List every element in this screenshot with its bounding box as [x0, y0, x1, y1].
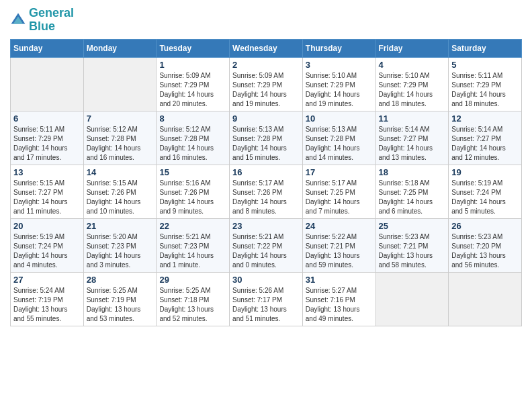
day-details: Sunrise: 5:13 AMSunset: 7:28 PMDaylight:…	[232, 125, 300, 163]
calendar-cell	[83, 57, 157, 111]
day-details: Sunrise: 5:21 AMSunset: 7:22 PMDaylight:…	[232, 232, 300, 270]
calendar-cell: 28Sunrise: 5:25 AMSunset: 7:19 PMDayligh…	[83, 272, 157, 326]
day-details: Sunrise: 5:18 AMSunset: 7:25 PMDaylight:…	[379, 179, 446, 216]
day-details: Sunrise: 5:12 AMSunset: 7:28 PMDaylight:…	[159, 125, 226, 163]
day-of-week-header: Tuesday	[157, 39, 230, 57]
day-number: 3	[306, 60, 373, 70]
day-number: 7	[87, 113, 154, 124]
day-of-week-header: Saturday	[449, 39, 522, 57]
day-number: 6	[13, 113, 81, 124]
day-number: 24	[306, 221, 373, 231]
day-number: 31	[306, 275, 373, 285]
calendar-cell: 9Sunrise: 5:13 AMSunset: 7:28 PMDaylight…	[230, 111, 303, 165]
calendar-cell: 6Sunrise: 5:11 AMSunset: 7:29 PMDaylight…	[11, 111, 84, 165]
calendar-cell: 24Sunrise: 5:22 AMSunset: 7:21 PMDayligh…	[302, 218, 375, 272]
day-details: Sunrise: 5:23 AMSunset: 7:20 PMDaylight:…	[451, 232, 519, 270]
day-number: 1	[159, 60, 226, 70]
day-number: 12	[451, 113, 519, 124]
day-details: Sunrise: 5:15 AMSunset: 7:27 PMDaylight:…	[13, 179, 81, 216]
calendar-cell: 14Sunrise: 5:15 AMSunset: 7:26 PMDayligh…	[83, 165, 157, 218]
day-details: Sunrise: 5:15 AMSunset: 7:26 PMDaylight:…	[87, 179, 154, 216]
day-of-week-header: Thursday	[302, 39, 375, 57]
calendar-cell: 4Sunrise: 5:10 AMSunset: 7:29 PMDaylight…	[375, 57, 449, 111]
calendar-cell: 13Sunrise: 5:15 AMSunset: 7:27 PMDayligh…	[11, 165, 84, 218]
day-number: 15	[159, 167, 226, 177]
day-number: 8	[159, 113, 226, 124]
day-number: 19	[451, 167, 519, 177]
day-details: Sunrise: 5:09 AMSunset: 7:29 PMDaylight:…	[232, 71, 300, 109]
calendar-cell	[375, 272, 449, 326]
day-number: 2	[232, 60, 300, 70]
calendar-cell: 2Sunrise: 5:09 AMSunset: 7:29 PMDaylight…	[230, 57, 303, 111]
day-details: Sunrise: 5:13 AMSunset: 7:28 PMDaylight:…	[306, 125, 373, 163]
calendar-cell: 26Sunrise: 5:23 AMSunset: 7:20 PMDayligh…	[449, 218, 522, 272]
day-number: 21	[87, 221, 154, 231]
day-details: Sunrise: 5:09 AMSunset: 7:29 PMDaylight:…	[159, 71, 226, 109]
calendar-cell: 1Sunrise: 5:09 AMSunset: 7:29 PMDaylight…	[157, 57, 230, 111]
calendar-cell: 22Sunrise: 5:21 AMSunset: 7:23 PMDayligh…	[157, 218, 230, 272]
day-details: Sunrise: 5:25 AMSunset: 7:19 PMDaylight:…	[87, 286, 154, 324]
day-of-week-header: Monday	[83, 39, 157, 57]
calendar-cell: 20Sunrise: 5:19 AMSunset: 7:24 PMDayligh…	[11, 218, 84, 272]
calendar-cell	[11, 57, 84, 111]
day-details: Sunrise: 5:27 AMSunset: 7:16 PMDaylight:…	[306, 286, 373, 324]
day-number: 22	[159, 221, 226, 231]
calendar-cell: 25Sunrise: 5:23 AMSunset: 7:21 PMDayligh…	[375, 218, 449, 272]
day-number: 5	[451, 60, 519, 70]
page-header: General Blue	[10, 7, 522, 34]
day-details: Sunrise: 5:19 AMSunset: 7:24 PMDaylight:…	[451, 179, 519, 216]
day-number: 16	[232, 167, 300, 177]
calendar-cell: 5Sunrise: 5:11 AMSunset: 7:29 PMDaylight…	[449, 57, 522, 111]
calendar-cell: 17Sunrise: 5:17 AMSunset: 7:25 PMDayligh…	[302, 165, 375, 218]
day-number: 29	[159, 275, 226, 285]
day-number: 30	[232, 275, 300, 285]
calendar-table: SundayMondayTuesdayWednesdayThursdayFrid…	[10, 39, 522, 326]
logo: General Blue	[10, 7, 74, 34]
calendar-cell: 31Sunrise: 5:27 AMSunset: 7:16 PMDayligh…	[302, 272, 375, 326]
day-of-week-header: Wednesday	[230, 39, 303, 57]
day-details: Sunrise: 5:22 AMSunset: 7:21 PMDaylight:…	[306, 232, 373, 270]
day-details: Sunrise: 5:16 AMSunset: 7:26 PMDaylight:…	[159, 179, 226, 216]
logo-icon	[10, 12, 26, 28]
calendar-cell: 3Sunrise: 5:10 AMSunset: 7:29 PMDaylight…	[302, 57, 375, 111]
calendar-cell: 23Sunrise: 5:21 AMSunset: 7:22 PMDayligh…	[230, 218, 303, 272]
day-details: Sunrise: 5:26 AMSunset: 7:17 PMDaylight:…	[232, 286, 300, 324]
calendar-cell: 29Sunrise: 5:25 AMSunset: 7:18 PMDayligh…	[157, 272, 230, 326]
calendar-cell: 16Sunrise: 5:17 AMSunset: 7:26 PMDayligh…	[230, 165, 303, 218]
day-details: Sunrise: 5:25 AMSunset: 7:18 PMDaylight:…	[159, 286, 226, 324]
day-of-week-header: Sunday	[11, 39, 84, 57]
day-number: 26	[451, 221, 519, 231]
day-details: Sunrise: 5:11 AMSunset: 7:29 PMDaylight:…	[13, 125, 81, 163]
day-details: Sunrise: 5:19 AMSunset: 7:24 PMDaylight:…	[13, 232, 81, 270]
day-details: Sunrise: 5:17 AMSunset: 7:26 PMDaylight:…	[232, 179, 300, 216]
calendar-cell: 7Sunrise: 5:12 AMSunset: 7:28 PMDaylight…	[83, 111, 157, 165]
day-number: 27	[13, 275, 81, 285]
calendar-cell: 18Sunrise: 5:18 AMSunset: 7:25 PMDayligh…	[375, 165, 449, 218]
day-details: Sunrise: 5:11 AMSunset: 7:29 PMDaylight:…	[451, 71, 519, 109]
day-number: 25	[379, 221, 446, 231]
day-number: 9	[232, 113, 300, 124]
calendar-cell: 30Sunrise: 5:26 AMSunset: 7:17 PMDayligh…	[230, 272, 303, 326]
calendar-cell	[449, 272, 522, 326]
day-number: 14	[87, 167, 154, 177]
calendar-cell: 27Sunrise: 5:24 AMSunset: 7:19 PMDayligh…	[11, 272, 84, 326]
day-details: Sunrise: 5:10 AMSunset: 7:29 PMDaylight:…	[379, 71, 446, 109]
day-number: 17	[306, 167, 373, 177]
calendar-cell: 15Sunrise: 5:16 AMSunset: 7:26 PMDayligh…	[157, 165, 230, 218]
day-details: Sunrise: 5:23 AMSunset: 7:21 PMDaylight:…	[379, 232, 446, 270]
day-number: 28	[87, 275, 154, 285]
day-number: 4	[379, 60, 446, 70]
day-details: Sunrise: 5:10 AMSunset: 7:29 PMDaylight:…	[306, 71, 373, 109]
day-details: Sunrise: 5:12 AMSunset: 7:28 PMDaylight:…	[87, 125, 154, 163]
day-details: Sunrise: 5:14 AMSunset: 7:27 PMDaylight:…	[379, 125, 446, 163]
day-details: Sunrise: 5:17 AMSunset: 7:25 PMDaylight:…	[306, 179, 373, 216]
calendar-cell: 12Sunrise: 5:14 AMSunset: 7:27 PMDayligh…	[449, 111, 522, 165]
calendar-cell: 8Sunrise: 5:12 AMSunset: 7:28 PMDaylight…	[157, 111, 230, 165]
day-number: 10	[306, 113, 373, 124]
day-details: Sunrise: 5:14 AMSunset: 7:27 PMDaylight:…	[451, 125, 519, 163]
calendar-cell: 11Sunrise: 5:14 AMSunset: 7:27 PMDayligh…	[375, 111, 449, 165]
day-number: 23	[232, 221, 300, 231]
day-number: 18	[379, 167, 446, 177]
day-details: Sunrise: 5:21 AMSunset: 7:23 PMDaylight:…	[159, 232, 226, 270]
day-details: Sunrise: 5:20 AMSunset: 7:23 PMDaylight:…	[87, 232, 154, 270]
